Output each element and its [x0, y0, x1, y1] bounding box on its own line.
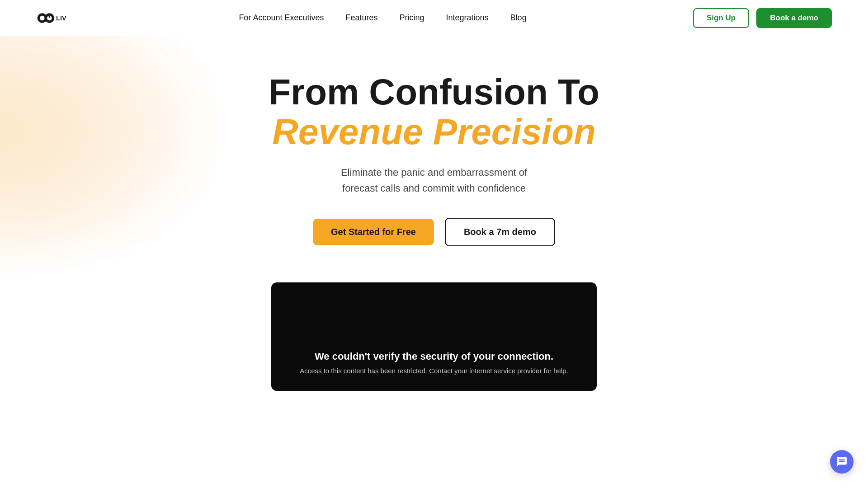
nav-links: For Account Executives Features Pricing …: [239, 13, 526, 23]
logo[interactable]: LIV: [36, 9, 72, 27]
chat-icon: [836, 456, 848, 468]
hero-subtitle: Eliminate the panic and embarrassment of…: [269, 164, 599, 196]
video-error-subtitle: Access to this content has been restrict…: [300, 367, 568, 375]
get-started-button[interactable]: Get Started for Free: [313, 219, 434, 245]
hero-content: From Confusion To Revenue Precision Elim…: [269, 72, 599, 246]
nav-item-for-account-executives[interactable]: For Account Executives: [239, 13, 324, 23]
nav-item-blog[interactable]: Blog: [510, 13, 527, 23]
nav-actions: Sign Up Book a demo: [693, 8, 832, 28]
svg-point-1: [40, 15, 45, 20]
chat-widget[interactable]: [830, 450, 854, 474]
hero-background: [0, 36, 217, 273]
svg-text:LIV: LIV: [56, 14, 66, 22]
logo-svg: LIV: [36, 9, 72, 27]
nav-item-pricing[interactable]: Pricing: [400, 13, 425, 23]
nav-item-features[interactable]: Features: [345, 13, 377, 23]
video-section: We couldn't verify the security of your …: [0, 273, 868, 391]
hero-buttons: Get Started for Free Book a 7m demo: [269, 218, 599, 246]
hero-section: From Confusion To Revenue Precision Elim…: [0, 36, 868, 273]
signup-button[interactable]: Sign Up: [693, 8, 749, 28]
book-demo-hero-button[interactable]: Book a 7m demo: [445, 218, 555, 246]
video-error-title: We couldn't verify the security of your …: [315, 351, 553, 362]
video-container: We couldn't verify the security of your …: [271, 282, 597, 391]
nav-item-integrations[interactable]: Integrations: [446, 13, 489, 23]
book-demo-nav-button[interactable]: Book a demo: [756, 8, 832, 28]
hero-title-line1: From Confusion To: [269, 72, 599, 112]
navbar: LIV For Account Executives Features Pric…: [0, 0, 868, 36]
svg-point-4: [48, 16, 50, 18]
hero-title-line2: Revenue Precision: [269, 112, 599, 152]
